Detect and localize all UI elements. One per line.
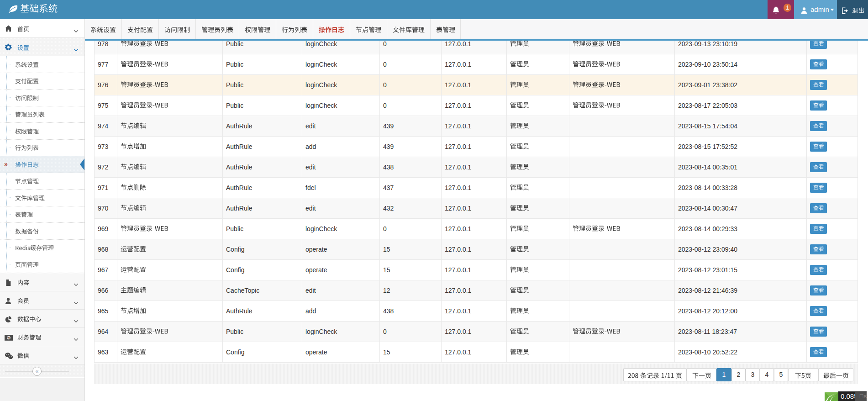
svg-text:0: 0 (8, 336, 10, 339)
